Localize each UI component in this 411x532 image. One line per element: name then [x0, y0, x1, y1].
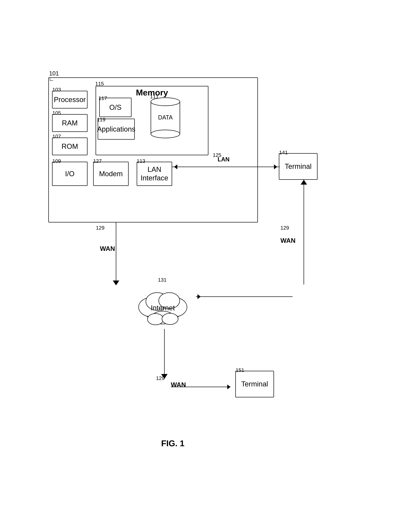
svg-text:DATA: DATA — [158, 114, 173, 121]
ref-107: 107 — [52, 133, 61, 139]
ram-label: RAM — [62, 119, 78, 127]
ref-101-tick — [48, 76, 58, 81]
ref-129a: 129 — [96, 225, 104, 231]
lan-interface-box: LAN Interface — [137, 162, 172, 186]
ref-151: 151 — [236, 367, 244, 373]
processor-label: Processor — [54, 95, 86, 104]
wan-arrow-internet-right — [196, 290, 301, 303]
svg-point-18 — [162, 313, 178, 324]
svg-point-17 — [148, 314, 164, 325]
diagram: 101 Memory O/S Applications — [48, 68, 363, 487]
svg-marker-27 — [227, 384, 231, 389]
svg-marker-10 — [113, 281, 119, 285]
wan-arrow-down — [158, 329, 171, 380]
svg-text:Internet: Internet — [151, 304, 175, 312]
terminal1-label: Terminal — [285, 162, 312, 171]
ref-111: 111 — [150, 94, 159, 100]
wan-label-bottom: WAN — [171, 381, 186, 388]
processor-box: Processor — [52, 91, 87, 108]
ref-117: 117 — [98, 95, 107, 101]
ref-141: 141 — [279, 150, 288, 156]
ram-box: RAM — [52, 114, 87, 132]
wan-arrow-left — [110, 222, 122, 290]
wan-arrow-right — [297, 180, 310, 293]
svg-marker-7 — [174, 164, 177, 169]
main-computer-box: Memory O/S Applications DATA — [48, 77, 258, 222]
data-cylinder: DATA — [149, 96, 181, 140]
rom-label: ROM — [62, 142, 78, 151]
wan-label-left: WAN — [100, 245, 115, 252]
svg-marker-23 — [197, 294, 201, 299]
ref-125: 125 — [213, 152, 221, 158]
ref-109: 109 — [52, 158, 61, 164]
ref-113: 113 — [137, 158, 145, 164]
ref-119: 119 — [97, 117, 105, 123]
applications-label: Applications — [97, 125, 135, 133]
wan-label-right: WAN — [280, 237, 295, 244]
figure-label: FIG. 1 — [161, 438, 184, 448]
io-box: I/O — [52, 162, 87, 186]
ref-131: 131 — [158, 277, 167, 283]
svg-marker-21 — [301, 180, 307, 185]
terminal2-label: Terminal — [241, 380, 268, 388]
modem-box: Modem — [93, 162, 129, 186]
ref-103: 103 — [52, 87, 61, 93]
svg-marker-8 — [274, 164, 277, 169]
modem-label: Modem — [99, 170, 123, 178]
lan-interface-label: LAN Interface — [140, 165, 168, 182]
ref-105: 105 — [52, 110, 61, 116]
ref-129c: 129 — [156, 375, 165, 381]
rom-box: ROM — [52, 138, 87, 155]
svg-point-2 — [151, 130, 180, 138]
terminal2-box: Terminal — [235, 371, 274, 397]
internet-cloud: Internet — [131, 282, 195, 331]
ref-101: 101 — [49, 70, 59, 77]
ref-127: 127 — [93, 158, 102, 164]
io-label: I/O — [65, 170, 75, 178]
ref-129b: 129 — [280, 225, 289, 231]
ref-115: 115 — [95, 81, 104, 87]
memory-box: Memory O/S Applications DATA — [96, 86, 208, 155]
os-label: O/S — [109, 103, 121, 112]
terminal1-box: Terminal — [279, 153, 318, 180]
